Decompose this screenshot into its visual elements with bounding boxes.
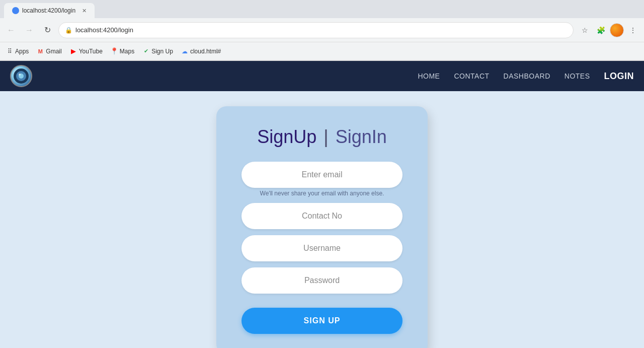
bookmark-cloud-label: cloud.html# xyxy=(190,48,221,55)
email-group: We'll never share your email with anyone… xyxy=(242,162,403,197)
bookmark-gmail[interactable]: M Gmail xyxy=(37,48,61,55)
active-tab[interactable]: localhost:4200/login ✕ xyxy=(4,3,95,18)
username-input[interactable] xyxy=(242,235,403,261)
nav-contact[interactable]: CONTACT xyxy=(454,72,489,80)
app-nav-links: HOME CONTACT DASHBOARD NOTES LOGIN xyxy=(418,71,634,82)
back-button[interactable]: ← xyxy=(4,23,18,37)
contact-input[interactable] xyxy=(242,203,403,229)
tab-favicon xyxy=(12,7,19,14)
tab-close-button[interactable]: ✕ xyxy=(82,8,87,14)
tab-title: localhost:4200/login xyxy=(22,7,75,14)
browser-tabs: localhost:4200/login ✕ xyxy=(0,0,644,18)
bookmark-cloud[interactable]: ☁ cloud.html# xyxy=(181,48,221,55)
forward-button[interactable]: → xyxy=(22,23,36,37)
password-input[interactable] xyxy=(242,267,403,294)
app-navbar: HOME CONTACT DASHBOARD NOTES LOGIN xyxy=(0,61,644,91)
browser-chrome: localhost:4200/login ✕ ← → ↻ 🔒 localhost… xyxy=(0,0,644,61)
signup-form-card: SignUp | SignIn We'll never share your e… xyxy=(216,106,428,348)
bookmark-youtube[interactable]: ▶ YouTube xyxy=(70,48,103,55)
cloud-icon: ☁ xyxy=(181,48,188,55)
lock-icon: 🔒 xyxy=(65,27,72,34)
bookmark-maps[interactable]: 📍 Maps xyxy=(111,48,134,55)
bookmarks-bar: ⠿ Apps M Gmail ▶ YouTube 📍 Maps ✔ Sign U… xyxy=(0,42,644,60)
extension-puzzle-button[interactable]: 🧩 xyxy=(594,23,608,37)
contact-group xyxy=(242,203,403,229)
bookmark-gmail-label: Gmail xyxy=(46,48,61,55)
app-logo xyxy=(10,65,32,87)
gmail-icon: M xyxy=(37,48,44,55)
email-hint: We'll never share your email with anyone… xyxy=(242,190,403,197)
email-input[interactable] xyxy=(242,162,403,188)
svg-point-3 xyxy=(19,74,21,76)
nav-login[interactable]: LOGIN xyxy=(604,71,634,82)
main-content: SignUp | SignIn We'll never share your e… xyxy=(0,91,644,348)
title-divider: | xyxy=(324,126,328,147)
nav-dashboard[interactable]: DASHBOARD xyxy=(504,72,550,80)
reload-button[interactable]: ↻ xyxy=(40,23,54,37)
bookmark-apps-label: Apps xyxy=(15,48,29,55)
signup-button[interactable]: SIGN UP xyxy=(242,308,403,334)
browser-toolbar: ← → ↻ 🔒 localhost:4200/login ☆ 🧩 ⋮ xyxy=(0,18,644,42)
username-group xyxy=(242,235,403,261)
maps-icon: 📍 xyxy=(111,48,118,55)
bookmark-signup-label: Sign Up xyxy=(151,48,173,55)
bookmark-maps-label: Maps xyxy=(120,48,134,55)
address-bar[interactable]: 🔒 localhost:4200/login xyxy=(58,22,574,38)
signup-icon: ✔ xyxy=(142,48,149,55)
signin-heading: SignIn xyxy=(336,126,387,147)
more-options-button[interactable]: ⋮ xyxy=(626,23,640,37)
bookmark-star-button[interactable]: ☆ xyxy=(578,23,592,37)
nav-home[interactable]: HOME xyxy=(418,72,440,80)
toolbar-icons: ☆ 🧩 ⋮ xyxy=(578,23,640,37)
password-group xyxy=(242,267,403,294)
url-text: localhost:4200/login xyxy=(75,26,133,34)
youtube-icon: ▶ xyxy=(70,48,77,55)
form-title: SignUp | SignIn xyxy=(242,126,403,148)
bookmark-apps[interactable]: ⠿ Apps xyxy=(6,48,29,55)
logo-icon xyxy=(13,68,29,84)
nav-notes[interactable]: NOTES xyxy=(565,72,590,80)
bookmark-signup[interactable]: ✔ Sign Up xyxy=(142,48,173,55)
user-avatar xyxy=(610,23,624,37)
apps-grid-icon: ⠿ xyxy=(6,48,13,55)
user-avatar-button[interactable] xyxy=(610,23,624,37)
bookmark-youtube-label: YouTube xyxy=(79,48,103,55)
signup-heading: SignUp xyxy=(257,126,316,147)
